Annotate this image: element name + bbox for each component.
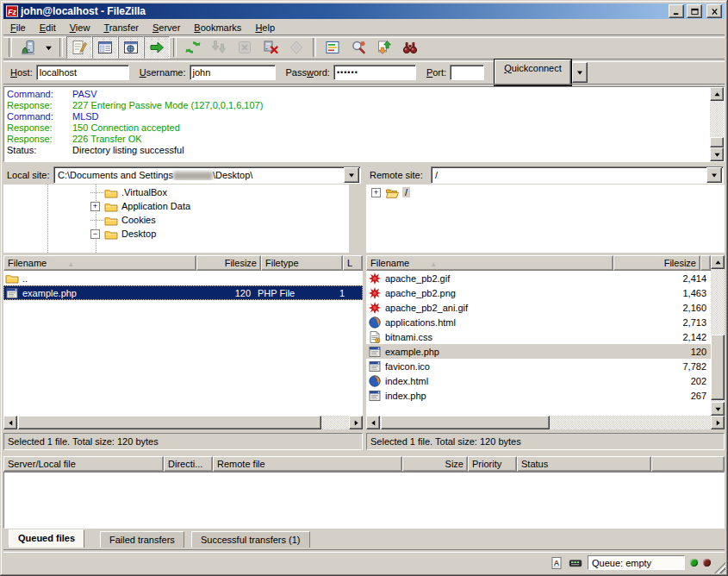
toggle-message-log-button[interactable] xyxy=(66,36,92,59)
chevron-down-icon xyxy=(348,172,355,178)
password-input[interactable]: •••••• xyxy=(333,65,416,80)
image-file-icon xyxy=(368,272,382,285)
menu-file[interactable]: File xyxy=(3,21,33,34)
queue-col-status[interactable]: Status xyxy=(517,456,651,472)
file-row-apache-pb2-ani-gif[interactable]: apache_pb2_ani.gif2,160 xyxy=(366,300,711,315)
minimize-button[interactable] xyxy=(669,4,684,18)
local-site-dropdown[interactable] xyxy=(344,167,359,183)
menu-transfer[interactable]: Transfer xyxy=(96,21,146,34)
filter-button[interactable] xyxy=(320,36,345,59)
file-row-index-html[interactable]: index.html202 xyxy=(366,373,711,388)
queue-col-directi-[interactable]: Directi... xyxy=(164,456,213,472)
transfer-queue-list[interactable] xyxy=(3,472,725,529)
speed-limit-icon[interactable] xyxy=(569,556,582,570)
file-row-applications-html[interactable]: applications.html2,713 xyxy=(366,315,711,329)
remote-directory-tree[interactable]: +/ xyxy=(366,185,725,253)
queue-col-remote-file[interactable]: Remote file xyxy=(213,456,402,472)
menu-edit[interactable]: Edit xyxy=(33,21,63,34)
scroll-left-icon[interactable] xyxy=(366,416,380,429)
remote-site-dropdown[interactable] xyxy=(706,167,722,183)
menu-help[interactable]: Help xyxy=(248,21,282,34)
menu-bookmarks[interactable]: Bookmarks xyxy=(187,21,248,34)
tab-successful-transfers-1-[interactable]: Successful transfers (1) xyxy=(191,531,310,548)
toggle-transfer-queue-button[interactable] xyxy=(144,36,170,59)
remote-col-filename[interactable]: Filename▲ xyxy=(366,255,613,271)
arrow-right-icon xyxy=(353,420,359,426)
menu-view[interactable]: View xyxy=(63,21,97,34)
queue-col-server-local-file[interactable]: Server/Local file xyxy=(3,456,164,472)
toolbar xyxy=(3,36,725,59)
scrollbar-thumb[interactable] xyxy=(18,416,321,429)
scrollbar-thumb[interactable] xyxy=(381,416,550,429)
tree-expander-plus-icon[interactable]: + xyxy=(90,202,100,211)
sync-browse-button[interactable] xyxy=(371,36,397,59)
file-row-apache-pb2-png[interactable]: apache_pb2.png1,463 xyxy=(366,285,711,300)
arrow-up-icon xyxy=(714,91,720,97)
log-line-text: MLSD xyxy=(72,111,99,122)
scroll-down-icon[interactable] xyxy=(711,402,725,416)
tree-item-cookies[interactable]: Cookies xyxy=(3,214,349,228)
local-col-filesize[interactable]: Filesize xyxy=(196,255,261,271)
site-manager-button[interactable] xyxy=(16,36,41,59)
maximize-button[interactable] xyxy=(687,4,702,18)
file-row--[interactable]: .. xyxy=(3,271,363,285)
local-directory-tree[interactable]: .VirtualBox+Application DataCookies−Desk… xyxy=(3,185,349,253)
scroll-up-icon[interactable] xyxy=(710,87,724,101)
log-line-label: Command: xyxy=(7,89,72,100)
queue-col-filler[interactable] xyxy=(651,456,725,472)
tab-queued-files[interactable]: Queued files xyxy=(9,529,84,548)
find-button[interactable] xyxy=(397,36,423,59)
scrollbar-thumb[interactable] xyxy=(711,335,725,400)
scrollbar-thumb[interactable] xyxy=(710,137,724,147)
remote-col-filler[interactable] xyxy=(700,255,711,271)
local-file-list[interactable]: ..example.php120PHP File1 xyxy=(3,271,363,416)
tree-expander-minus-icon[interactable]: − xyxy=(90,229,100,239)
scroll-right-icon[interactable] xyxy=(711,416,725,429)
remote-site-combo[interactable]: / xyxy=(431,166,724,184)
tab-failed-transfers[interactable]: Failed transfers xyxy=(100,531,184,548)
local-col-filename[interactable]: Filename▲ xyxy=(3,255,196,271)
scroll-right-icon[interactable] xyxy=(349,416,363,429)
tree-expander-plus-icon[interactable]: + xyxy=(371,188,381,197)
quickconnect-dropdown[interactable] xyxy=(572,62,588,83)
tree-item-root[interactable]: +/ xyxy=(366,186,725,200)
port-input[interactable] xyxy=(450,65,484,80)
local-site-combo[interactable]: C:\Documents and Settings\Desktop\ xyxy=(53,166,361,184)
compare-button[interactable] xyxy=(345,36,371,59)
local-col-lastmodified[interactable]: L xyxy=(343,255,363,271)
file-row-favicon-ico[interactable]: favicon.ico7,782 xyxy=(366,359,711,373)
file-row-example-php[interactable]: example.php120 xyxy=(366,344,711,359)
refresh-button[interactable] xyxy=(180,36,206,59)
file-row-bitnami-css[interactable]: bitnami.css2,142 xyxy=(366,329,711,344)
username-label: Username: xyxy=(140,67,186,78)
local-list-hscrollbar[interactable] xyxy=(3,416,363,429)
toggle-remote-tree-button[interactable] xyxy=(118,36,144,59)
tree-item--virtualbox[interactable]: .VirtualBox xyxy=(3,186,349,200)
quickconnect-button[interactable]: Quickconnect xyxy=(495,59,571,85)
tree-item-application-data[interactable]: +Application Data xyxy=(3,200,349,214)
remote-list-scrollbar[interactable] xyxy=(711,255,725,416)
message-log-scrollbar[interactable] xyxy=(710,87,724,161)
tree-item-desktop[interactable]: −Desktop xyxy=(3,228,349,241)
username-input[interactable]: john xyxy=(190,65,276,80)
close-button[interactable] xyxy=(706,4,722,18)
menu-server[interactable]: Server xyxy=(146,21,187,34)
toggle-local-tree-button[interactable] xyxy=(92,36,118,59)
host-input[interactable]: localhost xyxy=(36,65,129,80)
scroll-left-icon[interactable] xyxy=(3,416,17,429)
remote-file-list[interactable]: apache_pb2.gif2,414apache_pb2.png1,463ap… xyxy=(366,271,711,416)
site-manager-dropdown[interactable] xyxy=(41,36,56,59)
local-col-filetype[interactable]: Filetype xyxy=(261,255,343,271)
disconnect-button[interactable] xyxy=(258,36,283,59)
queue-col-size[interactable]: Size xyxy=(402,456,468,472)
file-row-example-php[interactable]: example.php120PHP File1 xyxy=(3,285,363,300)
file-row-index-php[interactable]: index.php267 xyxy=(366,388,711,403)
queue-col-priority[interactable]: Priority xyxy=(468,456,517,472)
scroll-up-icon[interactable] xyxy=(711,255,725,269)
remote-list-hscrollbar[interactable] xyxy=(366,416,725,429)
tree-item-label: Application Data xyxy=(121,201,190,211)
remote-col-filesize[interactable]: Filesize xyxy=(613,255,700,271)
scroll-down-icon[interactable] xyxy=(710,147,724,161)
file-row-apache-pb2-gif[interactable]: apache_pb2.gif2,414 xyxy=(366,271,711,285)
redacted-username xyxy=(173,172,213,180)
